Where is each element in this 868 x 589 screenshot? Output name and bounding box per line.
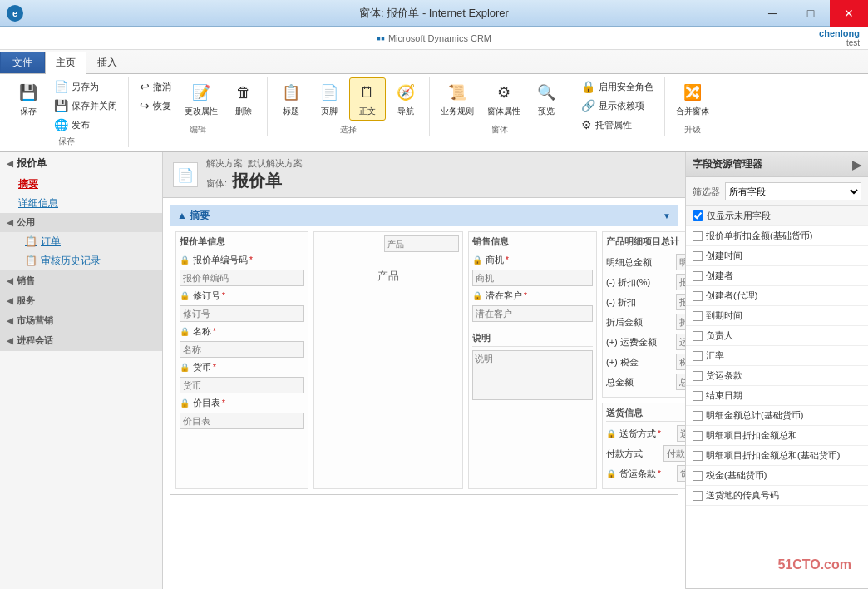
summary-section: ▲ 摘要 ▼ 报价单信息 🔒 报价单编号码* [170,205,678,495]
nav-section-process-header[interactable]: ◀ 进程会话 [0,331,162,350]
show-deps-icon: 🔗 [581,99,595,112]
nav-section-sales-header[interactable]: ◀ 销售 [0,271,162,290]
filter-select[interactable]: 所有字段 [725,182,861,200]
field-input-discounted-total[interactable] [676,314,685,330]
nav-button[interactable]: 🧭 导航 [387,77,424,121]
field-list-item-13[interactable]: 送货地的传真号码 [686,486,868,506]
field-list-item-12[interactable]: 税金(基础货币) [686,466,868,486]
maximize-button[interactable]: □ [792,0,830,27]
tab-file[interactable]: 文件 [0,52,45,73]
merge-form-button[interactable]: 🔀 合并窗体 [670,77,715,121]
field-row-payment: 付款方式 [606,445,685,462]
enable-security-button[interactable]: 🔒 启用安全角色 [575,77,659,96]
save-close-button[interactable]: 💾 保存并关闭 [48,97,123,115]
field-row-pricelist: 🔒 价目表* [180,397,304,409]
show-deps-button[interactable]: 🔗 显示依赖项 [575,97,659,115]
delete-button[interactable]: 🗑 删除 [225,77,262,121]
field-input-discount-pct[interactable] [676,274,685,290]
close-button[interactable]: ✕ [830,0,868,27]
field-list-item-7[interactable]: 货运条款 [686,366,868,386]
field-input-payment[interactable] [663,445,685,462]
nav-arrow-quote: ◀ [7,159,13,168]
field-input-name[interactable] [180,341,304,358]
nav-section-common-header[interactable]: ◀ 公用 [0,213,162,232]
summary-collapse-icon[interactable]: ▼ [663,211,671,220]
field-input-freight[interactable] [676,334,685,350]
field-label-opportunity: 商机* [486,254,535,266]
desc-input[interactable] [472,350,593,400]
field-input-total[interactable] [676,374,685,390]
user-name[interactable]: chenlong [819,28,860,38]
nav-arrow-common: ◀ [7,218,13,227]
nav-section-service-header[interactable]: ◀ 服务 [0,291,162,310]
nav-section-sales: ◀ 销售 [0,271,162,291]
save-button[interactable]: 💾 保存 [10,77,47,121]
field-list-item-10[interactable]: 明细项目折扣金额总和 [686,426,868,446]
field-list-item-9[interactable]: 明细金额总计(基础货币) [686,406,868,426]
field-input-discount-amt[interactable] [676,294,685,310]
field-list-item-8[interactable]: 结束日期 [686,386,868,406]
field-input-pricelist[interactable] [180,413,304,429]
right-panel-filter: 筛选器 所有字段 [686,177,868,206]
field-row-discounted-total: 折后金额 [606,314,685,330]
field-input-tax[interactable] [676,354,685,370]
field-list-item-6[interactable]: 汇率 [686,346,868,366]
tab-insert[interactable]: 插入 [86,52,128,73]
content-body: ▲ 摘要 ▼ 报价单信息 🔒 报价单编号码* [163,198,685,589]
managed-props-button[interactable]: ⚙ 托管属性 [575,116,659,134]
title-button[interactable]: 📋 标题 [273,77,309,121]
product-mini-input[interactable] [384,235,459,252]
quote-info-title: 报价单信息 [180,235,304,250]
minimize-button[interactable]: ─ [753,0,792,27]
preview-button[interactable]: 🔍 预览 [528,77,565,121]
form-props-icon: ⚙ [492,81,515,104]
field-input-subtotal[interactable] [676,254,685,270]
field-input-freight-terms[interactable] [677,465,685,482]
tab-home[interactable]: 主页 [45,52,86,74]
ribbon-group-save: 💾 保存 📄 另存为 💾 保存并关闭 🌐 发布 [5,77,129,147]
nav-item-orders[interactable]: 📋订单 [0,232,162,251]
ie-icon: e [7,5,23,22]
field-list-item-4[interactable]: 到期时间 [686,306,868,326]
nav-item-audit[interactable]: 📋审核历史记录 [0,251,162,270]
field-input-revision[interactable] [180,305,304,322]
field-list-item-1[interactable]: 创建时间 [686,246,868,266]
summary-section-header[interactable]: ▲ 摘要 ▼ [170,205,678,226]
nav-item-summary[interactable]: 摘要 [0,175,162,194]
nav-section-marketing-header[interactable]: ◀ 市场营销 [0,311,162,330]
right-columns: 产品明细项目总计 明细总金额 (-) 折扣(%) [602,231,685,489]
delete-icon: 🗑 [232,81,255,104]
field-list-item-2[interactable]: 创建者 [686,266,868,286]
form-label: 窗体: [206,177,227,190]
form-props-button[interactable]: ⚙ 窗体属性 [481,77,526,121]
nav-arrow-service: ◀ [7,296,13,305]
field-input-ship-method[interactable] [677,425,685,442]
field-input-quote-num[interactable] [180,270,304,286]
footer-button[interactable]: 📄 页脚 [311,77,348,121]
nav-item-details[interactable]: 详细信息 [0,194,162,213]
publish-button[interactable]: 🌐 发布 [48,116,123,134]
lock-icon-freight-terms: 🔒 [606,469,616,478]
summary-section-title: ▲ 摘要 [177,209,210,223]
unused-fields-checkbox[interactable] [693,210,703,221]
field-label-quote-num: 报价单编号码* [193,254,253,266]
field-list-item-5[interactable]: 负责人 [686,326,868,346]
field-row-currency: 🔒 货币* [180,361,304,374]
business-rules-button[interactable]: 📜 业务规则 [435,77,480,121]
field-list-item-11[interactable]: 明细项目折扣金额总和(基础货币) [686,446,868,466]
field-input-opportunity[interactable] [472,270,593,286]
field-input-prospect[interactable] [472,305,593,322]
undo-button[interactable]: ↩ 撤消 [134,77,177,96]
field-label-total: 总金额 [606,376,673,389]
field-list-item-3[interactable]: 创建者(代理) [686,286,868,306]
field-list-item-0[interactable]: 报价单折扣金额(基础货币) [686,226,868,246]
ribbon-security-small-group: 🔒 启用安全角色 🔗 显示依赖项 ⚙ 托管属性 [575,77,659,134]
change-props-button[interactable]: 📝 更改属性 [179,77,224,121]
body-button[interactable]: 🗒 正文 [349,77,386,121]
shipping-column: 送货信息 🔒 送货方式* 付款方式 [602,403,685,489]
save-as-button[interactable]: 📄 另存为 [48,77,123,96]
redo-button[interactable]: ↪ 恢复 [134,97,177,115]
nav-section-quote[interactable]: ◀ 报价单 [0,152,162,175]
right-panel-collapse-btn[interactable]: ▶ [852,158,861,171]
field-input-currency[interactable] [180,377,304,393]
